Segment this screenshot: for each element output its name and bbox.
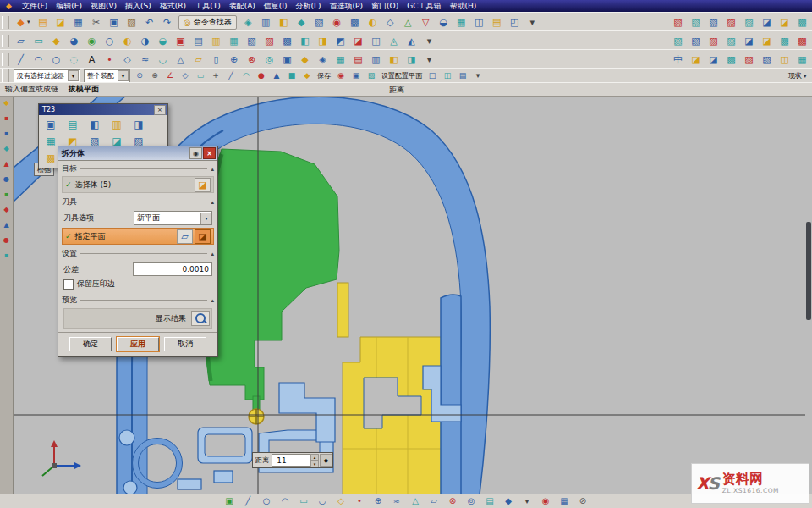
dialog-options-icon[interactable]: ◉	[189, 147, 202, 159]
chevron-down-icon[interactable]: ▾	[200, 213, 211, 224]
cancel-button[interactable]: 取消	[164, 337, 206, 351]
menu-item[interactable]: 格式(R)	[156, 0, 190, 12]
bottom-toolbar-icon[interactable]: ⊘	[573, 494, 592, 508]
toolbar-icon[interactable]: ▧	[243, 32, 261, 49]
toolbar-icon[interactable]: ◪	[705, 51, 722, 68]
toolbar-icon[interactable]: ◒	[154, 32, 172, 49]
menu-item[interactable]: 视图(V)	[86, 0, 121, 12]
resource-bar-icon[interactable]: ●	[1, 235, 13, 246]
toolbar-icon[interactable]: ▨	[722, 32, 740, 49]
wcs-triad[interactable]	[36, 433, 86, 478]
plane-dialog-icon[interactable]: ◪	[195, 229, 211, 244]
snap-point-icon[interactable]: ◆	[299, 69, 315, 83]
spinner-up-icon[interactable]: ▴	[310, 454, 319, 461]
plane-icon[interactable]: ▱	[177, 229, 193, 244]
selection-filter-combo[interactable]: 没有选择过滤器 ▾	[14, 69, 80, 83]
menu-item[interactable]: 装配(A)	[225, 0, 260, 12]
menu-item[interactable]: 编辑(E)	[52, 0, 86, 12]
body-cube-icon[interactable]: ◪	[195, 178, 211, 192]
bottom-toolbar-icon[interactable]: •	[350, 494, 369, 508]
toolbar-icon[interactable]: ▧	[669, 32, 687, 49]
toolbar-icon[interactable]: A	[83, 51, 101, 68]
bottom-toolbar-icon[interactable]: ▤	[480, 494, 499, 508]
toolbar-icon[interactable]: ▤	[34, 14, 52, 30]
toolbar-icon[interactable]: ▨	[123, 14, 140, 30]
bottom-toolbar-icon[interactable]: ◉	[536, 494, 555, 508]
resource-bar-icon[interactable]: ▪	[1, 189, 13, 201]
menu-item[interactable]: 文件(F)	[18, 0, 52, 12]
toolbar-icon[interactable]: ▾	[420, 32, 438, 49]
resource-bar-icon[interactable]: ▲	[1, 219, 13, 231]
right-scrollbar-thumb[interactable]	[806, 222, 811, 320]
toolbar-icon[interactable]: ◧	[275, 14, 293, 30]
toolbar-icon[interactable]: ▦	[332, 51, 349, 68]
toolbar-icon[interactable]: ▣	[105, 14, 123, 30]
chevron-down-icon[interactable]: ▾	[118, 70, 129, 81]
toolbar-icon[interactable]: ◡	[154, 51, 172, 68]
toolbar-icon[interactable]: △	[172, 51, 189, 68]
toolbar-icon[interactable]: ◆	[47, 32, 65, 49]
toolbar-icon[interactable]: ▧	[687, 32, 705, 49]
toolbar-icon[interactable]: ▤	[349, 51, 367, 68]
toolbar-icon[interactable]: ◬	[385, 32, 403, 49]
specify-plane-row[interactable]: ✓ 指定平面 ▱ ◪	[62, 228, 214, 245]
section-collapse-icon[interactable]: ▴	[211, 166, 214, 173]
selection-bar-icon[interactable]: ▨	[364, 69, 379, 83]
toolbar-icon[interactable]: ▩	[793, 14, 811, 30]
toolbar-icon[interactable]: ◫	[776, 51, 793, 68]
chevron-down-icon[interactable]: ▾	[804, 73, 810, 80]
distance-value-field[interactable]: -11	[272, 454, 310, 467]
resource-bar-icon[interactable]: ▲	[1, 158, 13, 170]
bottom-toolbar-icon[interactable]: ◇	[332, 494, 350, 508]
toolbar-icon[interactable]: ◆	[293, 14, 310, 30]
toolbar-icon[interactable]: ▱	[189, 51, 207, 68]
toolbar-icon[interactable]: ◪	[349, 32, 367, 49]
resource-bar-icon[interactable]: ◆	[1, 97, 13, 109]
toolbar-icon[interactable]: ▾	[524, 14, 541, 30]
menu-item[interactable]: 窗口(O)	[367, 0, 403, 12]
toolbar-icon[interactable]: ◌	[65, 51, 83, 68]
bottom-toolbar-icon[interactable]: ⊕	[369, 494, 387, 508]
floating-toolbar-icon[interactable]: ▤	[62, 116, 84, 133]
model-small-boss[interactable]	[123, 481, 137, 494]
toolbar-icon[interactable]: ◉	[83, 32, 101, 49]
toolbar-icon[interactable]: ◪	[758, 32, 776, 49]
toolbar-icon[interactable]: ▨	[740, 51, 758, 68]
snap-point-icon[interactable]: +	[208, 69, 223, 83]
toolbar-icon[interactable]: ⊕	[225, 51, 243, 68]
toolbar-icon[interactable]: ↶	[140, 14, 158, 30]
start-dropdown-arrow[interactable]: ▾	[27, 19, 34, 25]
selection-bar-icon[interactable]: □	[425, 69, 440, 83]
toolbar-grip[interactable]	[2, 16, 9, 29]
floating-toolbar-icon[interactable]: ▣	[40, 116, 62, 133]
bottom-toolbar-icon[interactable]: ▣	[220, 494, 239, 508]
spinner-down-icon[interactable]: ▾	[310, 461, 319, 467]
show-result-button[interactable]	[191, 311, 210, 326]
apply-button[interactable]: 应用	[117, 337, 159, 351]
toolbar-icon[interactable]: ◒	[435, 14, 453, 30]
toolbar-icon[interactable]: ◪	[740, 32, 758, 49]
chevron-down-icon[interactable]: ▾	[68, 70, 79, 81]
toolbar-icon[interactable]: ▦	[69, 14, 87, 30]
toolbar-icon[interactable]: ▤	[488, 14, 506, 30]
selection-bar-icon[interactable]: ▾	[470, 69, 486, 83]
tool-option-combo[interactable]: 新平面 ▾	[134, 211, 212, 225]
section-collapse-icon[interactable]: ▴	[211, 251, 214, 257]
toolbar-icon[interactable]: ◇	[381, 14, 399, 30]
selection-bar-icon[interactable]: ◫	[440, 69, 455, 83]
toolbar-icon[interactable]: ◰	[506, 14, 524, 30]
menu-item[interactable]: 插入(S)	[121, 0, 156, 12]
floating-toolbar-icon[interactable]: ◧	[84, 116, 106, 133]
menu-item[interactable]: 首选项(P)	[326, 0, 367, 12]
menu-item[interactable]: 帮助(H)	[445, 0, 480, 12]
toolbar-icon[interactable]: ▧	[758, 51, 776, 68]
bottom-toolbar-icon[interactable]: ◠	[276, 494, 294, 508]
toolbar-icon[interactable]: ▾	[420, 51, 438, 68]
toolbar-icon[interactable]: ◕	[65, 32, 83, 49]
toolbar-icon[interactable]: ⊗	[243, 51, 261, 68]
snap-point-icon[interactable]: ◇	[178, 69, 193, 83]
toolbar-icon[interactable]: ╱	[12, 51, 30, 68]
bottom-toolbar-icon[interactable]: ▾	[518, 494, 536, 508]
toolbar-icon[interactable]: ▦	[453, 14, 470, 30]
model-tab[interactable]	[178, 479, 201, 489]
